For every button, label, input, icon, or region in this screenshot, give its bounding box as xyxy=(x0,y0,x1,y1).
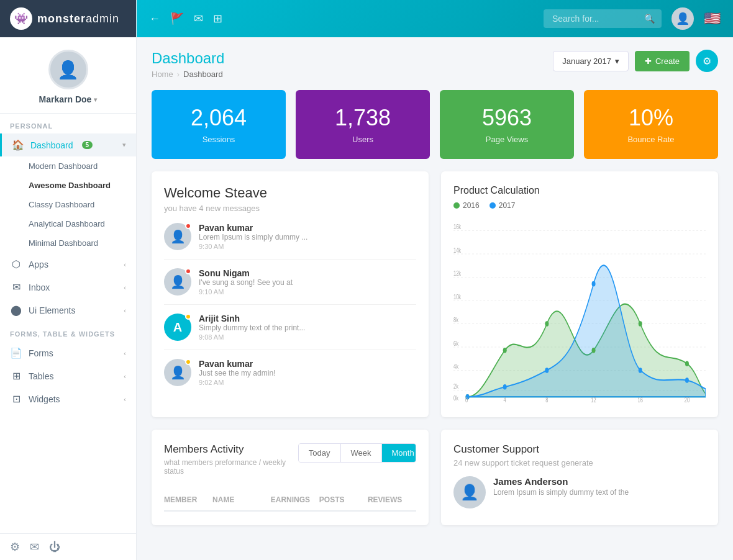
page-title: Dashboard xyxy=(152,50,224,67)
back-icon[interactable]: ← xyxy=(149,12,160,25)
forms-section-label: FORMS, TABLE & WIDGETS xyxy=(0,322,136,341)
legend-label: 2017 xyxy=(499,201,516,210)
message-list: 👤 Pavan kumar Lorem Ipsum is simply dumm… xyxy=(164,223,416,386)
dash-title-section: Dashboard Home › Dashboard xyxy=(152,50,224,79)
chart-dot xyxy=(685,361,689,366)
stat-card-users: 1,738 Users xyxy=(296,90,430,159)
message-time: 9:10 AM xyxy=(199,288,293,296)
sidebar-item-tables[interactable]: ⊞ Tables ‹ xyxy=(0,364,136,387)
settings-icon[interactable]: ⚙ xyxy=(10,540,20,554)
avatar: 👤 xyxy=(453,476,486,508)
col-member: Member xyxy=(164,495,212,504)
avatar: 👤 xyxy=(164,268,191,296)
stat-value: 1,738 xyxy=(308,105,417,131)
sidebar-item-label: Apps xyxy=(29,260,48,269)
forms-icon: 📄 xyxy=(10,347,22,359)
stat-value: 10% xyxy=(596,105,706,131)
create-button[interactable]: ✚ Create xyxy=(635,51,690,71)
svg-text:4k: 4k xyxy=(453,363,458,371)
message-content: Pavan kumar Lorem Ipsum is simply dummy … xyxy=(199,223,307,250)
avatar: 👤 xyxy=(164,223,191,250)
stat-value: 2,064 xyxy=(164,105,273,131)
message-content: Sonu Nigam I've sung a song! See you at … xyxy=(199,268,293,296)
chevron-icon: ‹ xyxy=(124,284,126,291)
search-input[interactable] xyxy=(552,14,639,24)
chevron-down-icon: ▾ xyxy=(94,96,97,103)
user-avatar[interactable]: 👤 xyxy=(672,7,694,30)
stat-card-pageviews: 5963 Page Views xyxy=(440,90,574,159)
chart-dot xyxy=(685,377,689,383)
tab-today[interactable]: Today xyxy=(299,444,341,462)
profile-name: Markarn Doe ▾ xyxy=(39,94,98,104)
power-icon[interactable]: ⏻ xyxy=(49,541,60,554)
breadcrumb-home[interactable]: Home xyxy=(152,70,173,79)
svg-text:14k: 14k xyxy=(453,247,461,255)
chart-dot xyxy=(592,348,596,353)
apps-icon: ⬡ xyxy=(10,258,22,270)
welcome-subtitle: you have 4 new messages xyxy=(164,204,416,213)
legend-dot xyxy=(489,202,496,209)
sidebar-item-label: Forms xyxy=(29,348,53,358)
svg-text:0k: 0k xyxy=(453,394,458,402)
sidebar-item-minimal[interactable]: Minimal Dashboard xyxy=(0,233,136,253)
chart-dot xyxy=(545,321,549,327)
sidebar-bottom: ⚙ ✉ ⏻ xyxy=(0,533,136,560)
sidebar-item-dashboard[interactable]: 🏠 Dashboard 5 ▾ xyxy=(0,133,136,156)
search-box[interactable]: 🔍 xyxy=(544,9,662,28)
stat-value: 5963 xyxy=(452,105,562,131)
flag-icon[interactable]: 🚩 xyxy=(170,12,184,25)
page-content: Dashboard Home › Dashboard January 2017 … xyxy=(137,37,733,560)
sidebar-item-label: Widgets xyxy=(29,394,60,404)
message-name: Pavan kumar xyxy=(199,359,275,369)
main-content: ← 🚩 ✉ ⊞ 🔍 👤 🇺🇸 Dashboard Home › Dashboar… xyxy=(137,0,733,560)
sidebar-item-apps[interactable]: ⬡ Apps ‹ xyxy=(0,253,136,276)
middle-section: Welcome Steave you have 4 new messages 👤… xyxy=(152,171,718,417)
tab-month[interactable]: Month xyxy=(382,444,417,462)
sidebar-item-inbox[interactable]: ✉ Inbox ‹ xyxy=(0,276,136,299)
stat-card-sessions: 2,064 Sessions xyxy=(152,90,286,159)
welcome-card: Welcome Steave you have 4 new messages 👤… xyxy=(152,171,429,417)
dashboard-badge: 5 xyxy=(82,141,93,149)
svg-text:16k: 16k xyxy=(453,224,461,231)
sidebar-item-analytical[interactable]: Analytical Dashboard xyxy=(0,214,136,233)
list-item: 👤 Sonu Nigam I've sung a song! See you a… xyxy=(164,268,416,305)
sidebar-item-widgets[interactable]: ⊡ Widgets ‹ xyxy=(0,387,136,410)
sidebar-item-modern[interactable]: Modern Dashboard xyxy=(0,156,136,176)
legend-item-2017: 2017 xyxy=(489,201,516,210)
sidebar-item-ui[interactable]: ⬤ Ui Elements ‹ xyxy=(0,299,136,322)
list-item: 👤 Pavan kumar Just see the my admin! 9:0… xyxy=(164,359,416,386)
stat-label: Bounce Rate xyxy=(596,135,706,144)
svg-text:16: 16 xyxy=(638,397,643,404)
status-dot xyxy=(185,359,191,365)
sidebar-item-label: Tables xyxy=(29,371,53,381)
sidebar-item-label: Inbox xyxy=(29,282,50,292)
activity-tabs: Today Week Month xyxy=(298,443,416,463)
welcome-title: Welcome Steave xyxy=(164,185,416,201)
sidebar-item-awesome[interactable]: Awesome Dashboard xyxy=(0,176,136,195)
logo-icon: 👾 xyxy=(10,7,32,30)
sidebar-item-classy[interactable]: Classy Dashboard xyxy=(0,195,136,214)
stat-label: Page Views xyxy=(452,135,562,144)
col-name: Name xyxy=(212,495,271,504)
chevron-icon: ‹ xyxy=(124,395,126,403)
mail-icon[interactable]: ✉ xyxy=(194,12,203,25)
message-text: Lorem Ipsum is simply dummy ... xyxy=(199,233,307,242)
tab-week[interactable]: Week xyxy=(341,444,382,462)
ui-icon: ⬤ xyxy=(10,304,22,316)
message-text: Just see the my admin! xyxy=(199,369,275,377)
sidebar-profile: 👤 Markarn Doe ▾ xyxy=(0,37,136,114)
date-picker-button[interactable]: January 2017 ▾ xyxy=(553,51,629,71)
svg-text:12: 12 xyxy=(591,397,596,404)
grid-icon[interactable]: ⊞ xyxy=(213,12,222,25)
chevron-down-icon: ▾ xyxy=(615,56,619,66)
message-name: Arijit Sinh xyxy=(199,314,305,323)
sidebar-item-forms[interactable]: 📄 Forms ‹ xyxy=(0,341,136,364)
stat-label: Sessions xyxy=(164,135,273,144)
chevron-icon: ‹ xyxy=(124,261,126,268)
avatar: 👤 xyxy=(164,359,191,386)
message-time: 9:02 AM xyxy=(199,379,275,386)
flag-country-icon[interactable]: 🇺🇸 xyxy=(704,11,721,27)
members-title: Members Activity xyxy=(164,443,298,456)
mail-icon[interactable]: ✉ xyxy=(30,540,39,554)
settings-button[interactable]: ⚙ xyxy=(696,50,718,72)
